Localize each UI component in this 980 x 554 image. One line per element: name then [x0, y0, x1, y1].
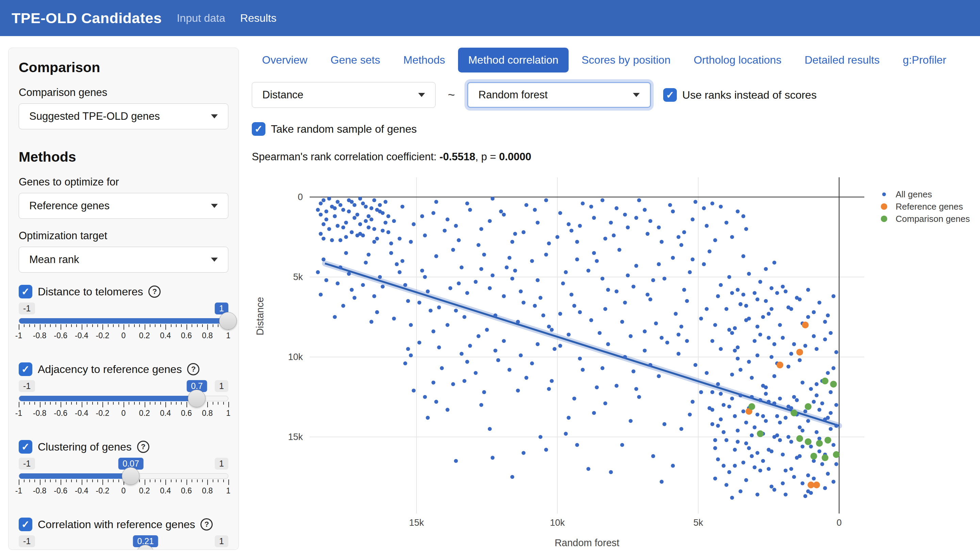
legend-label[interactable]: All genes	[896, 189, 932, 199]
point-all-genes	[803, 409, 808, 414]
point-all-genes	[536, 279, 540, 282]
point-all-genes	[381, 285, 385, 288]
nav-link-results[interactable]: Results	[240, 12, 277, 24]
weight-slider[interactable]: -10.071-1-0.8-0.6-0.4-0.200.20.40.60.81	[19, 458, 228, 497]
point-all-genes	[502, 213, 506, 217]
sidebar: Comparison Comparison genes Suggested TP…	[8, 48, 239, 550]
point-all-genes	[817, 436, 821, 441]
help-icon[interactable]: ?	[187, 363, 199, 375]
point-all-genes	[460, 352, 464, 356]
point-all-genes	[519, 353, 523, 358]
point-all-genes	[561, 282, 565, 285]
method-x-select[interactable]: Distance	[252, 82, 436, 108]
point-all-genes	[434, 200, 438, 204]
point-all-genes	[511, 277, 514, 281]
tab-gene-sets[interactable]: Gene sets	[320, 48, 390, 72]
point-all-genes	[491, 274, 495, 278]
tab-ortholog-locations[interactable]: Ortholog locations	[683, 48, 791, 72]
legend-marker-reference-genes[interactable]	[881, 204, 888, 210]
point-all-genes	[744, 441, 748, 446]
random-sample-checkbox[interactable]: ✓	[252, 122, 266, 136]
help-icon[interactable]: ?	[148, 285, 161, 298]
point-all-genes	[654, 322, 658, 326]
legend-marker-all-genes[interactable]	[882, 193, 886, 196]
weight-slider[interactable]: -11-1-0.8-0.6-0.4-0.200.20.40.60.81	[19, 302, 228, 341]
help-icon[interactable]: ?	[200, 518, 213, 530]
tab-overview[interactable]: Overview	[252, 48, 318, 72]
point-all-genes	[823, 417, 827, 422]
point-all-genes	[733, 414, 737, 418]
point-all-genes	[736, 357, 740, 361]
point-all-genes	[702, 206, 706, 210]
point-all-genes	[601, 198, 605, 202]
slider-handle[interactable]	[219, 312, 237, 330]
optimize-genes-select[interactable]: Reference genes	[19, 193, 228, 219]
point-all-genes	[744, 304, 748, 308]
point-all-genes	[375, 310, 379, 314]
point-all-genes	[648, 298, 652, 301]
point-all-genes	[750, 433, 754, 438]
slider-group-2: ✓Clustering of genes?-10.071-1-0.8-0.6-0…	[19, 440, 228, 497]
point-all-genes	[409, 240, 413, 244]
point-all-genes	[806, 419, 810, 423]
method-checkbox-1[interactable]: ✓	[19, 362, 32, 376]
point-all-genes	[417, 341, 422, 345]
method-checkbox-3[interactable]: ✓	[19, 517, 32, 531]
point-all-genes	[829, 390, 833, 395]
point-all-genes	[566, 222, 571, 226]
optimization-target-select[interactable]: Mean rank	[19, 247, 228, 272]
point-all-genes	[614, 384, 619, 388]
point-all-genes	[812, 334, 816, 338]
point-all-genes	[676, 352, 681, 356]
comparison-genes-select[interactable]: Suggested TPE-OLD genes	[19, 103, 228, 129]
point-all-genes	[333, 206, 337, 210]
tab-g-profiler[interactable]: g:Profiler	[892, 48, 956, 72]
legend-marker-comparison-genes[interactable]	[881, 216, 888, 222]
point-all-genes	[713, 323, 717, 327]
x-tick-label: 0	[837, 517, 842, 528]
point-all-genes	[747, 360, 751, 364]
method-checkbox-0[interactable]: ✓	[19, 285, 32, 298]
use-ranks-checkbox[interactable]: ✓	[663, 88, 677, 102]
point-all-genes	[350, 230, 354, 234]
point-comparison-genes	[830, 381, 837, 388]
point-all-genes	[586, 467, 590, 471]
slider-track[interactable]	[19, 318, 228, 324]
point-all-genes	[767, 467, 771, 471]
point-all-genes	[539, 435, 543, 439]
tab-detailed-results[interactable]: Detailed results	[794, 48, 890, 72]
tab-methods[interactable]: Methods	[393, 48, 455, 72]
x-tick-label: 15k	[409, 517, 424, 528]
legend-label[interactable]: Comparison genes	[896, 214, 970, 224]
point-all-genes	[440, 366, 444, 370]
point-all-genes	[758, 333, 762, 337]
point-all-genes	[770, 355, 774, 359]
point-all-genes	[834, 423, 838, 428]
nav-link-input-data[interactable]: Input data	[177, 12, 225, 24]
point-all-genes	[592, 411, 596, 415]
tab-scores-by-position[interactable]: Scores by position	[571, 48, 681, 72]
tab-method-correlation[interactable]: Method correlation	[458, 48, 569, 72]
point-all-genes	[572, 304, 576, 308]
legend-label[interactable]: Reference genes	[896, 201, 963, 212]
point-comparison-genes	[833, 451, 840, 458]
point-all-genes	[795, 456, 799, 460]
slider-handle[interactable]	[188, 390, 205, 408]
point-all-genes	[758, 280, 762, 284]
weight-slider[interactable]: -10.71-1-0.8-0.6-0.4-0.200.20.40.60.81	[19, 380, 228, 419]
point-all-genes	[592, 216, 596, 220]
point-all-genes	[516, 388, 520, 393]
help-icon[interactable]: ?	[137, 441, 150, 453]
method-y-select[interactable]: Random forest	[467, 82, 651, 108]
slider-handle[interactable]	[122, 467, 140, 485]
point-all-genes	[789, 467, 793, 471]
slider-track[interactable]	[19, 473, 228, 479]
point-all-genes	[369, 217, 374, 221]
point-all-genes	[491, 197, 495, 201]
point-all-genes	[431, 330, 436, 333]
slider-track[interactable]	[19, 396, 228, 401]
method-checkbox-2[interactable]: ✓	[19, 440, 32, 454]
point-all-genes	[801, 444, 805, 449]
weight-slider[interactable]: -10.211-1-0.8-0.6-0.4-0.200.20.40.60.81	[19, 535, 228, 550]
point-all-genes	[386, 214, 390, 218]
